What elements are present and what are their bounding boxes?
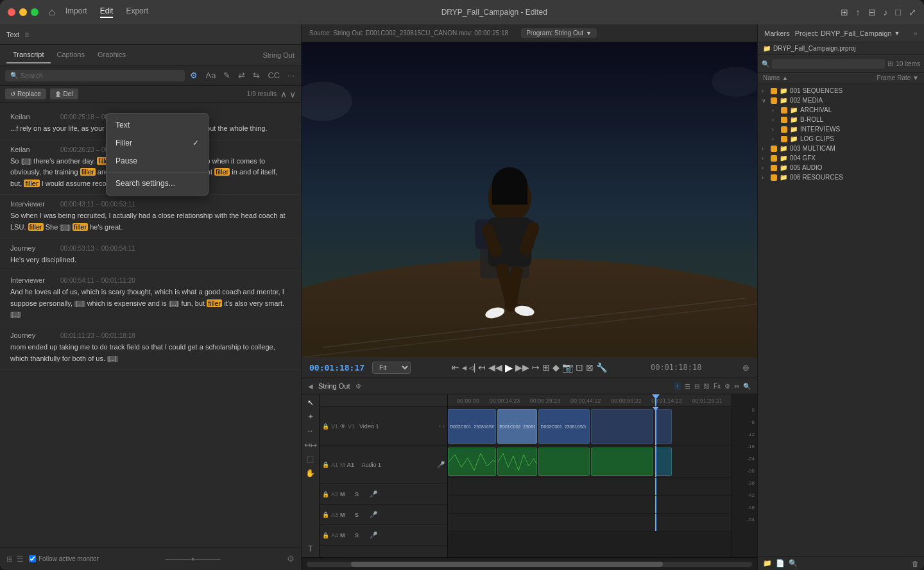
filter-icon[interactable]: ⚙: [189, 69, 199, 81]
file-item-logclips[interactable]: › 📁 LOG CLIPS: [758, 134, 924, 144]
forward-icon[interactable]: ▶▶: [515, 362, 529, 373]
marker-icon[interactable]: ◆: [552, 362, 560, 373]
v1-more-icon[interactable]: ›: [443, 423, 445, 430]
export-share-icon[interactable]: ↑: [856, 7, 860, 17]
sync-icon[interactable]: ⊡: [576, 362, 583, 373]
program-menu-icon[interactable]: ▼: [586, 30, 592, 37]
file-item-001seq[interactable]: › 📁 001 SEQUENCES: [758, 86, 924, 96]
replace-all-icon[interactable]: ⇄: [237, 69, 246, 81]
go-to-in-icon[interactable]: ⇤: [452, 362, 459, 373]
safe-margin-icon[interactable]: ⊠: [586, 362, 594, 373]
find-icon[interactable]: 🔍: [789, 559, 798, 567]
text-tool[interactable]: T: [307, 543, 314, 555]
ripple-tool[interactable]: ↔: [305, 425, 316, 437]
lock-a4-icon[interactable]: 🔒: [322, 532, 329, 539]
file-item-interviews[interactable]: › 📁 INTERVIEWS: [758, 124, 924, 134]
new-bin-icon[interactable]: 📁: [763, 559, 772, 567]
hand-tool[interactable]: ✋: [304, 467, 316, 479]
close-button[interactable]: [8, 8, 15, 16]
audio-clip-1[interactable]: [448, 448, 496, 476]
wrench-icon[interactable]: 🔧: [596, 362, 607, 373]
col-name-header[interactable]: Name ▲: [763, 74, 877, 81]
file-item-005audio[interactable]: › 📁 005 AUDIO: [758, 163, 924, 172]
delete-button[interactable]: 🗑 Del: [50, 88, 78, 99]
lock-v1-icon[interactable]: 🔒: [322, 423, 329, 430]
search-input[interactable]: [21, 72, 180, 80]
a1-mic-icon[interactable]: 🎤: [437, 461, 445, 468]
audio-clip-2[interactable]: [497, 448, 537, 476]
panels-icon[interactable]: ⊟: [868, 7, 876, 17]
step-back-icon[interactable]: ◂: [462, 362, 466, 373]
video-clip-5[interactable]: [655, 409, 672, 444]
timeline-link-icon[interactable]: ⛓: [703, 383, 710, 390]
col-framerate-header[interactable]: Frame Rate ▼: [877, 74, 919, 81]
layout-icon[interactable]: ⊞: [841, 7, 848, 17]
menu-item-pause[interactable]: Pause: [107, 152, 208, 170]
nav-import[interactable]: Import: [65, 6, 87, 18]
file-item-002media[interactable]: ∨ 📁 002 MEDIA: [758, 96, 924, 105]
edit-icon[interactable]: ✎: [222, 69, 232, 81]
audio-clip-3[interactable]: [538, 448, 590, 476]
more-icon[interactable]: ···: [286, 69, 296, 81]
tab-project[interactable]: Project: DRYP_Fall_Campaign ▼: [795, 29, 900, 37]
next-result-icon[interactable]: ∨: [289, 89, 296, 99]
lift-icon[interactable]: ↑: [674, 382, 681, 390]
timeline-search-icon[interactable]: 🔍: [743, 383, 751, 390]
add-icon[interactable]: ⊕: [742, 363, 749, 373]
collapse-icon[interactable]: ◀: [308, 383, 313, 390]
panel-menu-icon[interactable]: ≡: [24, 30, 29, 39]
tab-captions[interactable]: Captions: [51, 47, 91, 63]
follow-active-checkbox[interactable]: [29, 555, 36, 562]
project-menu-icon[interactable]: ▼: [894, 30, 900, 37]
file-item-004gfx[interactable]: › 📁 004 GFX: [758, 153, 924, 163]
new-item-icon[interactable]: 📄: [776, 559, 785, 567]
back-icon[interactable]: ◀◀: [488, 362, 502, 373]
nav-edit[interactable]: Edit: [100, 6, 114, 18]
project-search-input[interactable]: [772, 59, 885, 69]
lock-a2-icon[interactable]: 🔒: [322, 491, 329, 498]
go-out-icon[interactable]: ↦: [532, 362, 540, 373]
scroll-thumb[interactable]: [351, 562, 663, 567]
razor-tool[interactable]: ✦: [306, 411, 315, 423]
settings-icon[interactable]: ⚙: [287, 554, 295, 564]
play-button[interactable]: ▶: [505, 362, 513, 374]
tab-markers[interactable]: Markers: [764, 29, 790, 37]
eye-v1-icon[interactable]: 👁: [340, 423, 346, 430]
timeline-list-icon[interactable]: ☰: [685, 383, 690, 390]
lock-a1-icon[interactable]: 🔒: [322, 462, 329, 468]
menu-item-filler[interactable]: Filler ✓: [107, 134, 208, 152]
match-case-icon[interactable]: Aa: [204, 69, 217, 81]
tab-graphics[interactable]: Graphics: [91, 47, 132, 63]
home-icon[interactable]: ⌂: [49, 6, 55, 18]
timeline-fx-icon[interactable]: Fx: [714, 383, 721, 390]
project-list-icon[interactable]: ⊞: [887, 60, 893, 68]
video-clip-3[interactable]: D002C001_230816SG_CANON.mov [V]: [538, 409, 590, 444]
a4-mic-icon[interactable]: 🎤: [370, 532, 377, 539]
audio-clip-5[interactable]: [655, 448, 672, 476]
replace-button[interactable]: ↺ Replace: [5, 88, 46, 99]
tab-transcript[interactable]: Transcript: [6, 47, 51, 63]
selection-tool[interactable]: ↖: [306, 397, 315, 408]
timeline-clip-icon[interactable]: ⊟: [694, 383, 699, 390]
video-clip-1[interactable]: D002C001_230816SG_CANON.mov: [448, 409, 496, 444]
fullscreen-icon[interactable]: ⤢: [909, 7, 916, 17]
menu-item-search-settings[interactable]: Search settings...: [107, 174, 208, 192]
lock-a3-icon[interactable]: 🔒: [322, 512, 329, 518]
file-item-003multicam[interactable]: › 📁 003 MULTICAM: [758, 144, 924, 153]
menu-item-text[interactable]: Text: [107, 116, 208, 134]
pen-tool[interactable]: ⬚: [305, 453, 315, 465]
timeline-scrollbar[interactable]: [302, 557, 757, 570]
multi-cam-icon[interactable]: ⊞: [542, 362, 550, 373]
captions-icon[interactable]: □: [896, 7, 901, 17]
replace-icon[interactable]: ⇆: [252, 69, 261, 81]
file-item-archival[interactable]: › 📁 ARCHIVAL: [758, 105, 924, 115]
cc-icon[interactable]: CC: [266, 69, 281, 81]
video-clip-4[interactable]: [591, 409, 653, 444]
timeline-scale-icon[interactable]: ⇔: [734, 383, 739, 390]
eye-a1-icon[interactable]: M: [340, 462, 345, 468]
expand-panel-icon[interactable]: »: [913, 29, 918, 38]
fit-dropdown[interactable]: Fit 25% 50% 75% 100%: [372, 362, 411, 374]
play-in-to-out-icon[interactable]: ◃|: [469, 362, 476, 373]
camera-icon[interactable]: 📷: [562, 362, 573, 373]
file-item-006resources[interactable]: › 📁 006 RESOURCES: [758, 172, 924, 182]
